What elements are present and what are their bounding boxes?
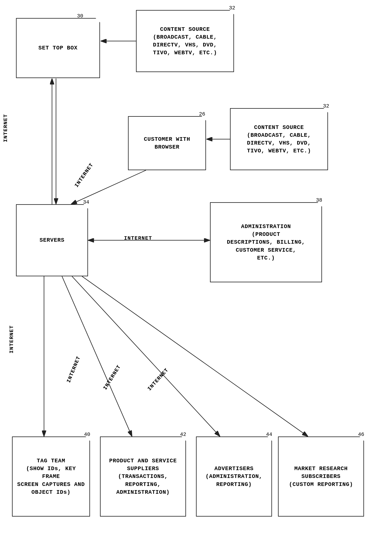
svg-line-12	[82, 276, 308, 437]
internet-label-vertical-left: INTERNET	[3, 114, 9, 142]
svg-line-10	[62, 276, 132, 437]
tag-team: TAG TEAM(SHOW IDs, KEY FRAMESCREEN CAPTU…	[12, 437, 90, 517]
market-research-ref: 46	[358, 432, 364, 437]
product-suppliers-label: PRODUCT AND SERVICESUPPLIERS(TRANSACTION…	[109, 457, 177, 496]
internet-label-servers-product: INTERNET	[66, 355, 82, 384]
set-top-box: SET TOP BOX	[16, 18, 100, 78]
product-suppliers: PRODUCT AND SERVICESUPPLIERS(TRANSACTION…	[100, 437, 186, 517]
internet-label-horizontal: INTERNET	[124, 235, 152, 241]
administration-ref: 38	[316, 197, 322, 203]
administration: ADMINISTRATION(PRODUCTDESCRIPTIONS, BILL…	[210, 202, 322, 282]
diagram-container: SET TOP BOX 30 CONTENT SOURCE(BROADCAST,…	[0, 0, 392, 541]
set-top-box-ref: 30	[77, 13, 83, 19]
content-source-1-ref: 32	[229, 5, 235, 11]
internet-label-servers-market: INTERNET	[146, 367, 170, 392]
customer-browser-label: CUSTOMER WITHBROWSER	[144, 135, 190, 151]
customer-browser: CUSTOMER WITHBROWSER	[128, 116, 206, 170]
tag-team-label: TAG TEAM(SHOW IDs, KEY FRAMESCREEN CAPTU…	[15, 457, 87, 496]
content-source-1-label: CONTENT SOURCE(BROADCAST, CABLE,DIRECTV,…	[153, 26, 217, 57]
svg-line-11	[72, 276, 220, 437]
market-research: MARKET RESEARCHSUBSCRIBERS(CUSTOM REPORT…	[278, 437, 364, 517]
customer-browser-ref: 26	[199, 111, 205, 117]
set-top-box-label: SET TOP BOX	[38, 44, 78, 52]
content-source-2: CONTENT SOURCE(BROADCAST, CABLE,DIRECTV,…	[230, 108, 328, 170]
content-source-2-label: CONTENT SOURCE(BROADCAST, CABLE,DIRECTV,…	[247, 124, 311, 155]
content-source-2-ref: 32	[323, 103, 329, 109]
advertisers-label: ADVERTISERS(ADMINISTRATION,REPORTING)	[206, 465, 263, 488]
product-suppliers-ref: 42	[180, 432, 186, 437]
tag-team-ref: 40	[84, 432, 90, 437]
internet-label-servers-tagtream: INTERNET	[9, 325, 15, 354]
advertisers: ADVERTISERS(ADMINISTRATION,REPORTING)	[196, 437, 272, 517]
servers-ref: 34	[83, 199, 89, 205]
advertisers-ref: 44	[266, 432, 272, 437]
market-research-label: MARKET RESEARCHSUBSCRIBERS(CUSTOM REPORT…	[289, 465, 353, 488]
internet-label-servers-advertisers: INTERNET	[102, 364, 122, 391]
content-source-1: CONTENT SOURCE(BROADCAST, CABLE,DIRECTV,…	[136, 10, 234, 72]
servers: SERVERS	[16, 204, 88, 276]
administration-label: ADMINISTRATION(PRODUCTDESCRIPTIONS, BILL…	[227, 223, 305, 262]
internet-label-diagonal-browser: INTERNET	[74, 162, 95, 189]
servers-label: SERVERS	[40, 236, 65, 244]
